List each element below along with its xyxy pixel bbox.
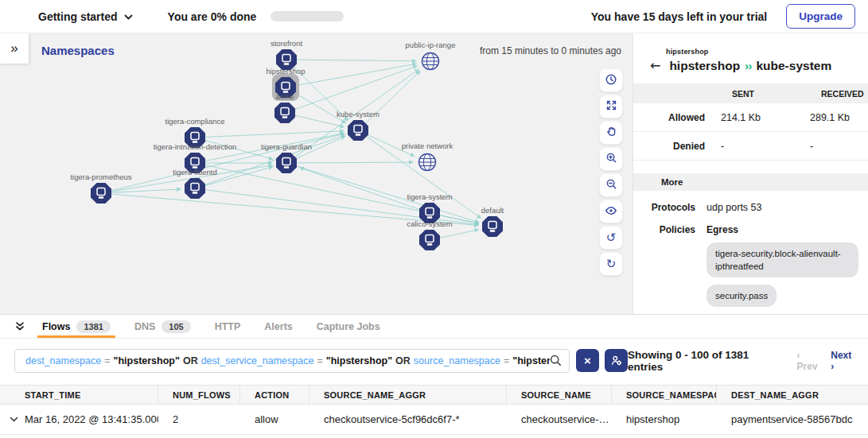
graph-node-acme[interactable] (274, 103, 295, 123)
zoom-in-button[interactable] (599, 147, 623, 171)
row-expand-chevron-icon[interactable] (10, 417, 18, 423)
pan-hand-button[interactable] (599, 121, 623, 145)
undo-button[interactable]: ↺ (599, 226, 623, 250)
getting-started-menu[interactable]: Getting started (38, 10, 133, 23)
policy-pill[interactable]: security.pass (706, 285, 777, 307)
policy-pill-list: tigera-security.block-alienvault-ipthrea… (706, 242, 858, 314)
stats-col-sent: SENT (710, 89, 799, 99)
graph-node-label: public-ip-range (406, 41, 456, 49)
column-header-source_name[interactable]: SOURCE_NAME (507, 386, 612, 404)
upgrade-button[interactable]: Upgrade (786, 4, 855, 29)
details-title-dest: kube-system (756, 59, 831, 72)
query-token-op: = (504, 355, 509, 366)
prev-page-button[interactable]: ‹ Prev (797, 350, 823, 372)
tab-http[interactable]: HTTP (203, 315, 253, 338)
column-header-action[interactable]: ACTION (240, 386, 309, 404)
undo-icon: ↺ (606, 232, 617, 244)
flows-table-header: START_TIMENUM_FLOWSACTIONSOURCE_NAME_AGG… (0, 385, 868, 405)
column-header-source_name_aggr[interactable]: SOURCE_NAME_AGGR (309, 386, 507, 404)
history-icon (605, 73, 617, 88)
refresh-icon: ↻ (606, 258, 617, 270)
graph-node-kube-system[interactable] (348, 120, 368, 141)
history-button[interactable] (599, 68, 623, 92)
zoom-in-icon (605, 152, 617, 166)
graph-title: Namespaces (41, 44, 115, 57)
trial-countdown: You have 15 days left in your trial (591, 10, 767, 23)
graph-node-label: calico-system (407, 219, 453, 228)
tab-flows[interactable]: Flows1381 (30, 315, 123, 338)
top-bar: Getting started You are 0% done You have… (0, 0, 868, 33)
graph-node-label: acme (275, 92, 294, 101)
next-page-button[interactable]: Next › (831, 350, 857, 372)
table-row[interactable]: Mar 16, 2022 @ 13:41:35.0002allowcheckou… (0, 405, 868, 435)
chevron-down-icon (124, 10, 133, 23)
entries-counter: Showing 0 - 100 of 1381 entries (628, 349, 784, 373)
query-token-op: = (104, 355, 110, 366)
details-title: hipstershop››kube-system (669, 59, 831, 73)
graph-node-tigera-guardian[interactable] (276, 153, 297, 173)
namespace-graph[interactable]: storefrontpublic-ip-rangehipstershopacme… (0, 33, 633, 314)
stats-col-received: RECEIVED (799, 89, 868, 99)
zoom-out-icon (605, 178, 617, 192)
graph-node-tigera-prometheus[interactable] (91, 183, 111, 203)
column-header-source_namespace[interactable]: SOURCE_NAMESPACE (612, 386, 717, 404)
expand-sidebar-button[interactable]: » (0, 33, 29, 64)
back-arrow-icon[interactable]: ← (650, 58, 660, 73)
graph-edge[interactable] (286, 162, 413, 163)
graph-edge[interactable] (286, 64, 416, 87)
graph-edge[interactable] (358, 71, 420, 130)
policies-row: Policies Egress tigera-security.block-al… (633, 224, 868, 314)
policy-pill[interactable]: tigera-security.block-alienvault-ipthrea… (706, 242, 858, 277)
tab-dns[interactable]: DNS105 (123, 315, 203, 338)
graph-node-label: private network (402, 141, 453, 150)
more-section-header: More (633, 173, 868, 191)
table-cell: checkoutservice-… (507, 413, 612, 425)
clear-query-button[interactable]: × (576, 349, 599, 372)
table-cell: allow (240, 413, 309, 425)
pan-hand-icon (605, 126, 617, 140)
policies-direction: Egress (706, 224, 858, 235)
column-header-dest_name_aggr[interactable]: DEST_NAME_AGGR (717, 386, 868, 404)
saved-user-filter-button[interactable] (605, 349, 628, 372)
tab-capture-jobs[interactable]: Capture Jobs (305, 315, 392, 338)
column-header-start_time[interactable]: START_TIME (0, 386, 158, 404)
query-token-keyword: OR (395, 355, 411, 366)
graph-edge[interactable] (195, 131, 344, 138)
graph-node-calico-system[interactable] (419, 230, 440, 250)
flows-table-body: Mar 16, 2022 @ 13:41:35.0002allowcheckou… (0, 405, 868, 435)
details-eyebrow: hipstershop (666, 48, 868, 56)
tab-alerts[interactable]: Alerts (252, 315, 304, 338)
cell-value: Mar 16, 2022 @ 13:41:35.000 (25, 413, 158, 425)
graph-node-label: tigera-guardian (261, 142, 312, 151)
table-cell: paymentservice-58567bdc (717, 413, 868, 425)
stats-row-allowed: Allowed 214.1 Kb 289.1 Kb (633, 103, 868, 132)
service-graph-panel: » Namespaces from 15 minutes to 0 minute… (0, 33, 633, 314)
fit-screen-button[interactable] (599, 95, 623, 118)
stats-row-denied: Denied - - (633, 132, 868, 161)
query-token-value: "hipstershop" (326, 355, 392, 366)
column-header-num_flows[interactable]: NUM_FLOWS (158, 386, 240, 404)
table-cell: checkoutservice-5cf96dc6f7-* (309, 413, 507, 425)
graph-node-public-ip-range[interactable] (422, 53, 439, 70)
refresh-button[interactable]: ↻ (599, 252, 623, 276)
query-token-field: source_namespace (414, 355, 500, 366)
flow-query-text: dest_namespace="hipstershop"ORdest_servi… (25, 355, 550, 366)
progress-label: You are 0% done (168, 10, 257, 23)
graph-edge[interactable] (300, 168, 430, 213)
graph-node-private-network[interactable] (419, 154, 436, 171)
protocols-value: udp ports 53 (706, 202, 858, 213)
graph-node-default[interactable] (482, 216, 503, 237)
graph-edge[interactable] (286, 60, 416, 61)
graph-node-tigera-fluentd[interactable] (185, 178, 205, 199)
graph-node-label: tigera-intrusion-detection (154, 142, 237, 151)
stats-label: Denied (633, 141, 710, 152)
stats-sent-value: 214.1 Kb (710, 112, 799, 123)
graph-toolbar: ↺↻ (599, 68, 623, 276)
collapse-panel-icon[interactable] (10, 321, 30, 331)
zoom-out-button[interactable] (599, 173, 623, 197)
flows-panel: Flows1381DNS105HTTPAlertsCapture Jobs de… (0, 314, 868, 435)
graph-node-label: tigera-compliance (165, 117, 225, 126)
flow-query-input[interactable]: dest_namespace="hipstershop"ORdest_servi… (14, 349, 570, 373)
edge-details-panel: hipstershop ← hipstershop››kube-system S… (633, 33, 868, 314)
visibility-eye-button[interactable] (599, 200, 623, 223)
